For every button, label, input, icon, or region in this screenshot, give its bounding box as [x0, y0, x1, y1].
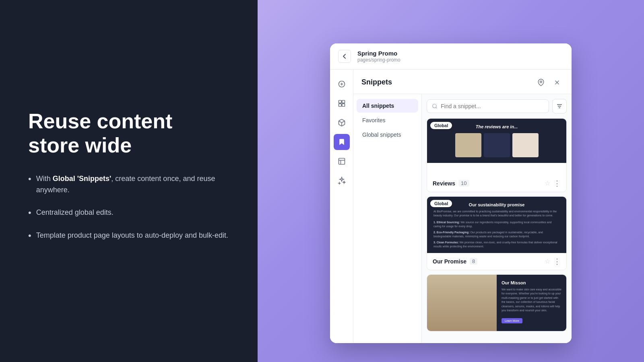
search-bar — [427, 99, 567, 113]
bullet-item-1: With Global 'Snippets', create content o… — [28, 173, 229, 196]
reviews-preview-title: The reviews are in... — [476, 124, 518, 129]
review-card-1 — [455, 133, 481, 157]
nav-item-favorites[interactable]: Favorites — [357, 113, 418, 127]
snippet-count-promise: 8 — [470, 258, 477, 265]
close-button[interactable] — [551, 76, 564, 89]
sidebar-icon-layout[interactable] — [334, 95, 350, 111]
page-info: Spring Promo pages/spring-promo — [357, 50, 400, 63]
sidebar-icon-box[interactable] — [334, 115, 350, 131]
svg-rect-5 — [339, 103, 341, 106]
sidebar-icon-add[interactable] — [334, 76, 350, 92]
snippets-title: Snippets — [361, 78, 392, 86]
header-actions — [535, 76, 564, 89]
snippets-header: Snippets — [353, 70, 572, 94]
snippets-nav: All snippets Favorites Global snippets — [353, 94, 422, 343]
nav-item-global-snippets[interactable]: Global snippets — [357, 128, 418, 142]
snippets-body: All snippets Favorites Global snippets — [353, 94, 572, 343]
favorite-star-promise[interactable]: ☆ — [545, 257, 550, 265]
svg-line-13 — [436, 107, 437, 108]
left-panel: Reuse content store wide With Global 'Sn… — [0, 0, 258, 362]
snippet-preview-mission: Our Misson We want to make skin care eas… — [427, 275, 566, 331]
favorite-star-reviews[interactable]: ☆ — [545, 179, 550, 187]
more-menu-promise[interactable]: ⋮ — [553, 257, 561, 266]
right-panel: Spring Promo pages/spring-promo — [258, 0, 644, 362]
bullet-list: With Global 'Snippets', create content o… — [28, 173, 229, 253]
svg-rect-3 — [339, 100, 341, 103]
global-badge-reviews: Global — [430, 122, 452, 129]
svg-point-12 — [433, 104, 436, 107]
snippet-preview-reviews: The reviews are in... Global — [427, 119, 566, 175]
top-bar: Spring Promo pages/spring-promo — [330, 43, 572, 70]
mission-text: We want to make skin care easy and acces… — [502, 288, 561, 313]
svg-rect-8 — [339, 158, 345, 164]
sust-title: Our sustainability promise — [433, 202, 560, 207]
page-path: pages/spring-promo — [357, 57, 400, 63]
snippet-footer-reviews: Reviews 10 ☆ ⋮ — [427, 175, 566, 192]
snippet-card-mission: Our Misson We want to make skin care eas… — [427, 274, 567, 331]
review-card-3 — [512, 133, 539, 157]
snippet-card-reviews: The reviews are in... Global — [427, 118, 567, 192]
pin-button[interactable] — [535, 76, 547, 89]
nav-item-all-snippets[interactable]: All snippets — [357, 99, 418, 113]
snippet-preview-promise: Our sustainability promise At BioPromise… — [427, 197, 566, 253]
search-icon — [432, 103, 438, 109]
svg-rect-6 — [342, 103, 345, 106]
main-layout: Snippets — [330, 70, 572, 343]
sidebar-icon-snippets[interactable] — [334, 134, 350, 150]
sust-text: At BioPromise, we are committed to pract… — [433, 210, 560, 218]
review-card-2 — [484, 133, 510, 157]
more-menu-reviews[interactable]: ⋮ — [553, 179, 561, 188]
app-window: Spring Promo pages/spring-promo — [330, 43, 572, 343]
search-input[interactable] — [441, 103, 544, 109]
search-input-wrap[interactable] — [427, 99, 549, 113]
page-title: Spring Promo — [357, 50, 400, 57]
sort-button[interactable] — [552, 99, 567, 113]
snippet-name-promise: Our Promise — [433, 258, 466, 265]
snippet-footer-promise: Our Promise 8 ☆ ⋮ — [427, 253, 566, 270]
global-badge-promise: Global — [430, 200, 452, 207]
heading: Reuse content store wide — [28, 109, 229, 158]
snippet-count-reviews: 10 — [458, 180, 469, 187]
sidebar-icon-ai[interactable] — [334, 173, 350, 189]
bullet-item-2: Centralized global edits. — [28, 207, 229, 219]
sust-item-3: 3. Clean Formulas: We promise clean, non… — [433, 241, 560, 249]
bullet-item-3: Template product page layouts to auto-de… — [28, 230, 229, 242]
snippet-card-promise: Our sustainability promise At BioPromise… — [427, 196, 567, 270]
snippets-panel: Snippets — [353, 70, 572, 343]
mission-btn[interactable]: Learn More — [502, 318, 522, 323]
svg-point-9 — [540, 81, 542, 83]
svg-rect-4 — [342, 100, 345, 103]
sust-item-2: 2. Eco-Friendly Packaging: Our products … — [433, 230, 560, 239]
mission-image — [427, 275, 497, 331]
sidebar-icons — [330, 70, 353, 343]
sust-item-1: 1. Ethical Sourcing: We source our ingre… — [433, 220, 560, 229]
back-button[interactable] — [338, 50, 351, 63]
sidebar-icon-palette[interactable] — [334, 153, 350, 169]
snippets-content: The reviews are in... Global — [422, 94, 572, 343]
snippet-name-reviews: Reviews — [433, 180, 455, 187]
mission-title: Our Misson — [502, 280, 561, 285]
